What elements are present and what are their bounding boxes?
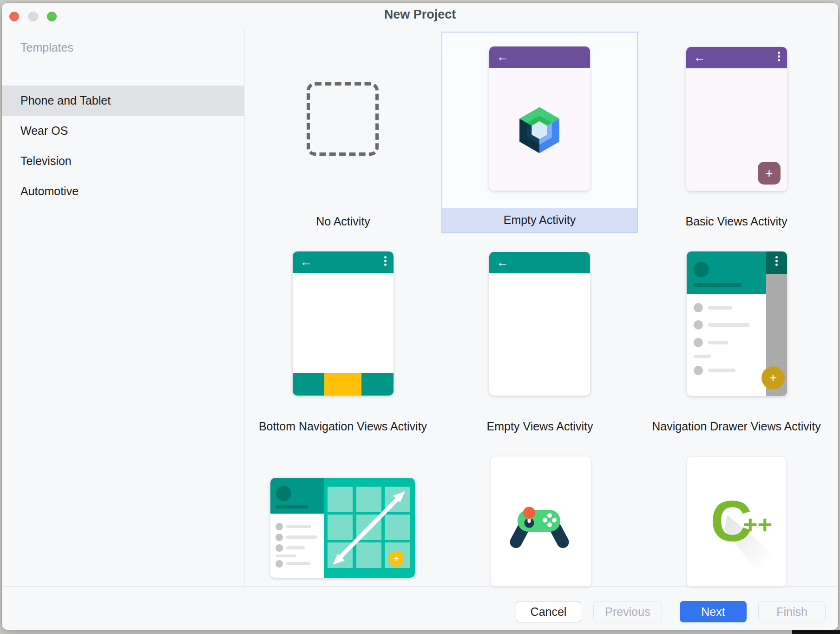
list-text-placeholder bbox=[708, 323, 749, 327]
template-label: Empty Views Activity bbox=[447, 420, 633, 433]
bottom-nav-segment bbox=[361, 373, 394, 396]
bottom-nav-segment bbox=[293, 373, 324, 396]
dialog-title: New Project bbox=[2, 7, 838, 22]
back-arrow-icon: ← bbox=[694, 47, 706, 68]
template-label: Bottom Navigation Views Activity bbox=[250, 420, 436, 433]
nav-drawer-mockup: + bbox=[687, 251, 787, 396]
drawer-header bbox=[687, 251, 766, 294]
list-text-placeholder bbox=[708, 306, 732, 310]
mockup-appbar: ← bbox=[686, 47, 787, 68]
back-arrow-icon: ← bbox=[300, 251, 312, 273]
fab-plus-icon: + bbox=[758, 162, 781, 185]
jetpack-compose-logo-icon bbox=[514, 103, 565, 157]
mockup-appbar: ← bbox=[489, 46, 590, 68]
header-text-placeholder bbox=[693, 283, 742, 287]
sidebar-item-wear-os[interactable]: Wear OS bbox=[2, 116, 244, 146]
sidebar-header: Templates bbox=[20, 41, 73, 54]
list-text-placeholder bbox=[286, 562, 310, 565]
mockup-appbar: ← bbox=[293, 251, 394, 273]
list-text-placeholder bbox=[708, 341, 728, 344]
header-text-placeholder bbox=[276, 505, 308, 509]
footer-divider bbox=[2, 586, 838, 587]
list-text-placeholder bbox=[286, 535, 317, 539]
drawer-header bbox=[270, 478, 324, 514]
kebab-menu-icon bbox=[775, 256, 778, 266]
finish-button[interactable]: Finish bbox=[758, 601, 826, 622]
template-label: No Activity bbox=[293, 215, 394, 228]
strip-appbar bbox=[766, 251, 787, 274]
fab-plus-icon: + bbox=[388, 551, 404, 567]
list-icon-placeholder bbox=[694, 303, 703, 312]
avatar bbox=[276, 486, 291, 501]
cpp-mockup: C ++ bbox=[687, 456, 787, 587]
list-icon-placeholder bbox=[694, 366, 703, 375]
tablet-mockup: + bbox=[270, 478, 415, 578]
bottom-nav-segment-active bbox=[324, 373, 361, 396]
template-label: Basic Views Activity bbox=[643, 215, 829, 228]
dashed-square-icon bbox=[307, 82, 379, 156]
list-icon-placeholder bbox=[276, 544, 283, 552]
sidebar-item-television[interactable]: Television bbox=[2, 146, 244, 176]
desktop-artifact bbox=[792, 630, 840, 634]
kebab-menu-icon bbox=[778, 52, 780, 61]
list-icon-placeholder bbox=[276, 534, 283, 541]
next-button[interactable]: Next bbox=[680, 601, 747, 622]
empty-views-mockup: ← bbox=[489, 252, 590, 396]
list-icon-placeholder bbox=[694, 338, 703, 347]
section-label-placeholder bbox=[694, 355, 711, 358]
mockup-appbar: ← bbox=[489, 252, 590, 273]
template-label: Empty Activity bbox=[442, 208, 637, 232]
sidebar-item-automotive[interactable]: Automotive bbox=[2, 176, 244, 206]
game-mockup bbox=[491, 456, 591, 587]
list-text-placeholder bbox=[286, 525, 311, 528]
empty-activity-mockup: ← bbox=[489, 46, 590, 191]
cpp-logo-plusplus: ++ bbox=[743, 512, 772, 537]
previous-button[interactable]: Previous bbox=[593, 601, 662, 622]
back-arrow-icon: ← bbox=[497, 252, 509, 273]
list-icon-placeholder bbox=[276, 523, 283, 530]
list-text-placeholder bbox=[286, 546, 305, 549]
cancel-button[interactable]: Cancel bbox=[516, 601, 581, 622]
back-arrow-icon: ← bbox=[497, 46, 509, 68]
sidebar-divider bbox=[244, 28, 245, 587]
fab-plus-icon: + bbox=[761, 366, 785, 390]
bottom-nav-mockup: ← bbox=[293, 251, 394, 396]
list-text-placeholder bbox=[708, 369, 735, 372]
basic-views-mockup: ← + bbox=[686, 47, 787, 191]
sidebar-item-phone-and-tablet[interactable]: Phone and Tablet bbox=[2, 86, 244, 116]
list-icon-placeholder bbox=[694, 320, 703, 330]
avatar bbox=[693, 262, 709, 277]
template-label: Navigation Drawer Views Activity bbox=[643, 420, 829, 433]
section-label-placeholder bbox=[276, 555, 296, 557]
game-controller-icon bbox=[507, 502, 572, 553]
screen: New Project Templates Phone and Tablet W… bbox=[0, 0, 840, 634]
kebab-menu-icon bbox=[384, 256, 387, 266]
list-icon-placeholder bbox=[276, 560, 283, 568]
